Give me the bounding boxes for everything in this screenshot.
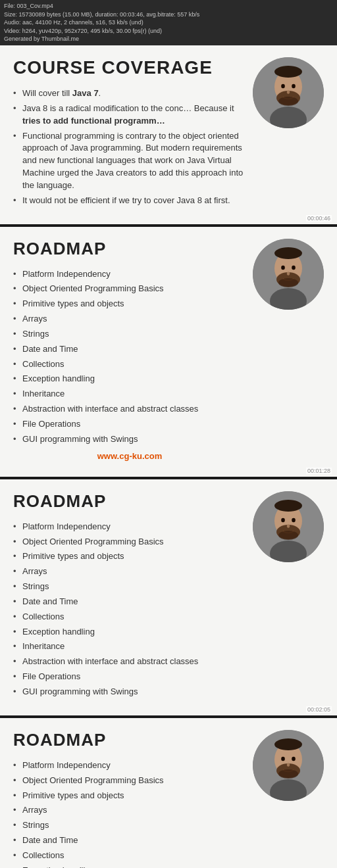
bullet-item: Strings: [13, 327, 246, 342]
topbar-line4: Video: h264, yuv420p, 952x720, 495 kb/s,…: [4, 27, 333, 36]
bullet-item: Abstraction with interface and abstract …: [13, 654, 246, 669]
svg-point-17: [278, 278, 298, 287]
bullet-item: Arrays: [13, 564, 246, 579]
svg-point-30: [274, 738, 302, 750]
bullet-item: Functional programming is contrary to th…: [13, 129, 246, 193]
bullet-item: Date and Time: [13, 594, 246, 610]
bullet-item: Strings: [13, 818, 246, 833]
slide-content: ROADMAPPlatform IndependencyObject Orien…: [13, 239, 253, 461]
svg-point-14: [281, 265, 285, 269]
bullet-item: Collections: [13, 610, 246, 625]
bold-text: Java 7: [72, 88, 99, 98]
avatar: [253, 239, 324, 310]
slide-title: ROADMAP: [13, 239, 246, 259]
bullet-item: Platform Independency: [13, 267, 246, 282]
svg-point-26: [278, 531, 298, 540]
topbar-line2: Size: 15730089 bytes (15.00 MB), duratio…: [4, 11, 333, 19]
timestamp: 00:00:46: [306, 215, 332, 222]
bullet-item: Exception handling: [13, 863, 246, 868]
svg-point-8: [278, 97, 298, 106]
slide-roadmap-1: ROADMAPPlatform IndependencyObject Orien…: [0, 227, 337, 479]
bullet-item: Date and Time: [13, 833, 246, 848]
svg-point-12: [274, 247, 302, 259]
svg-point-15: [292, 265, 296, 269]
bullet-list: Will cover till Java 7.Java 8 is a radic…: [13, 86, 246, 208]
slide-title: ROADMAP: [13, 491, 246, 512]
bullet-item: File Operations: [13, 417, 246, 432]
slide-roadmap-3: ROADMAPPlatform IndependencyObject Orien…: [0, 718, 337, 868]
bold-text: tries to add functional programm…: [22, 116, 165, 126]
svg-point-34: [287, 763, 290, 767]
slide-inner: ROADMAPPlatform IndependencyObject Orien…: [13, 239, 324, 461]
bullet-list: Platform IndependencyObject Oriented Pro…: [13, 519, 246, 700]
svg-point-23: [281, 518, 285, 521]
svg-point-25: [287, 524, 290, 528]
bullet-item: Date and Time: [13, 342, 246, 357]
bullet-list: Platform IndependencyObject Oriented Pro…: [13, 758, 246, 868]
svg-point-6: [292, 84, 296, 88]
timestamp: 00:01:28: [306, 468, 332, 474]
bullet-item: Exception handling: [13, 625, 246, 640]
slide-content: ROADMAPPlatform IndependencyObject Orien…: [13, 491, 253, 700]
slide-course-coverage: COURSE COVERAGEWill cover till Java 7.Ja…: [0, 45, 337, 227]
bullet-item: Primitive types and objects: [13, 788, 246, 804]
bullet-item: GUI programming with Swings: [13, 685, 246, 700]
svg-point-32: [281, 757, 285, 761]
svg-point-35: [278, 769, 298, 779]
bullet-item: Primitive types and objects: [13, 549, 246, 564]
bullet-item: File Operations: [13, 669, 246, 685]
slide-inner: ROADMAPPlatform IndependencyObject Orien…: [13, 730, 324, 868]
topbar-line3: Audio: aac, 44100 Hz, 2 channels, s16, 5…: [4, 18, 333, 27]
slide-content: COURSE COVERAGEWill cover till Java 7.Ja…: [13, 57, 253, 208]
bullet-item: Strings: [13, 579, 246, 594]
avatar: [253, 57, 324, 128]
bullet-item: Java 8 is a radical modification to the …: [13, 101, 246, 129]
slide-content: ROADMAPPlatform IndependencyObject Orien…: [13, 730, 253, 868]
bullet-item: Platform Independency: [13, 519, 246, 535]
timestamp: 00:02:05: [306, 706, 332, 713]
watermark: www.cg-ku.com: [13, 451, 246, 461]
slide-title: ROADMAP: [13, 730, 246, 750]
bullet-item: Object Oriented Programming Basics: [13, 281, 246, 297]
bullet-item: Will cover till Java 7.: [13, 86, 246, 101]
bullet-item: It would not be efficient if we try to c…: [13, 193, 246, 208]
svg-point-5: [281, 84, 285, 88]
bullet-item: Primitive types and objects: [13, 297, 246, 312]
svg-point-16: [287, 272, 290, 276]
slide-inner: ROADMAPPlatform IndependencyObject Orien…: [13, 491, 324, 700]
bullet-list: Platform IndependencyObject Oriented Pro…: [13, 267, 246, 447]
svg-point-33: [292, 757, 296, 761]
slide-title: COURSE COVERAGE: [13, 57, 246, 78]
topbar-line1: File: 003_Cov.mp4: [4, 2, 333, 11]
bullet-item: Abstraction with interface and abstract …: [13, 402, 246, 417]
bullet-item: Inheritance: [13, 387, 246, 402]
bullet-item: Object Oriented Programming Basics: [13, 773, 246, 788]
bullet-item: Object Oriented Programming Basics: [13, 535, 246, 550]
bullet-item: Inheritance: [13, 639, 246, 654]
bullet-item: Collections: [13, 357, 246, 372]
avatar: [253, 730, 324, 801]
topbar-line5: Generated by Thumbnail.me: [4, 35, 333, 43]
bullet-item: GUI programming with Swings: [13, 432, 246, 447]
svg-point-21: [274, 500, 302, 512]
bullet-item: Collections: [13, 848, 246, 863]
avatar: [253, 491, 324, 562]
slide-inner: COURSE COVERAGEWill cover till Java 7.Ja…: [13, 57, 324, 208]
bullet-item: Arrays: [13, 312, 246, 327]
bullet-item: Platform Independency: [13, 758, 246, 773]
bullet-item: Exception handling: [13, 372, 246, 387]
top-bar: File: 003_Cov.mp4 Size: 15730089 bytes (…: [0, 0, 337, 45]
svg-point-3: [274, 66, 302, 78]
svg-point-7: [287, 90, 290, 94]
slide-roadmap-2: ROADMAPPlatform IndependencyObject Orien…: [0, 479, 337, 718]
bullet-item: Arrays: [13, 803, 246, 818]
svg-point-24: [292, 518, 296, 521]
